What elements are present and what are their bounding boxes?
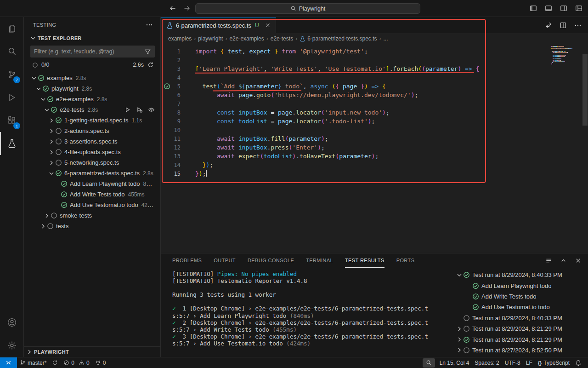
test-tree-item[interactable]: tests: [24, 221, 160, 231]
remote-indicator[interactable]: [0, 357, 17, 368]
code-line-2[interactable]: 2: [161, 56, 588, 64]
chevron-right-icon[interactable]: [48, 117, 55, 124]
code-line-6[interactable]: 6 await page.goto('https://demo.playwrig…: [161, 91, 588, 99]
test-result-item[interactable]: Test run at 8/29/2024, 8:21:29 PM: [452, 334, 588, 345]
terminal-output[interactable]: [TESTOMATIO] Pipes: No pipes enabled[TES…: [161, 268, 452, 357]
test-tree-item[interactable]: 5-networking.spec.ts: [24, 157, 160, 168]
code-line-10[interactable]: 10: [161, 126, 588, 134]
chevron-right-icon[interactable]: [48, 159, 55, 167]
breadcrumb-item[interactable]: e2e-examples: [229, 35, 264, 42]
code-line-11[interactable]: 11 await inputBox.fill(parameter);: [161, 134, 588, 143]
command-center-search[interactable]: Playwright: [195, 3, 420, 14]
test-tree-item[interactable]: e2e-tests2.8s: [24, 104, 160, 115]
gutter[interactable]: 14: [161, 161, 181, 169]
indentation-item[interactable]: Spaces: 2: [472, 357, 502, 368]
chevron-right-icon[interactable]: [456, 336, 463, 343]
code-line-9[interactable]: 9 const todoList = page.locator('.todo-l…: [161, 117, 588, 126]
test-tree-item[interactable]: Add Use Testomat.io todo424ms: [24, 200, 160, 210]
minimap[interactable]: [551, 46, 581, 64]
code-line-4[interactable]: 4: [161, 73, 588, 82]
eol-item[interactable]: LF: [523, 357, 535, 368]
chevron-down-icon[interactable]: [456, 271, 463, 279]
customize-layout-icon[interactable]: [575, 5, 582, 12]
breadcrumb-item[interactable]: e2e-tests: [271, 35, 293, 42]
gutter[interactable]: 15: [161, 169, 181, 178]
test-result-item[interactable]: [452, 356, 588, 357]
test-result-item[interactable]: Test run at 8/29/2024, 8:21:29 PM: [452, 323, 588, 334]
forward-button[interactable]: [183, 5, 191, 12]
gutter[interactable]: 4: [161, 73, 181, 82]
editor-scrollbar[interactable]: [582, 54, 588, 126]
test-result-item[interactable]: Add Write Tests todo: [452, 291, 588, 302]
chevron-down-icon[interactable]: [43, 106, 51, 114]
test-tree-item[interactable]: examples2.8s: [24, 73, 160, 83]
activity-source-control[interactable]: 7: [0, 63, 23, 86]
activity-accounts[interactable]: [0, 311, 23, 334]
activity-search[interactable]: [0, 40, 23, 63]
code-line-14[interactable]: 14 });: [161, 161, 588, 169]
code-line-12[interactable]: 12 await inputBox.press('Enter');: [161, 143, 588, 152]
gutter[interactable]: 2: [161, 56, 181, 64]
gutter[interactable]: 10: [161, 126, 181, 134]
breadcrumb-item[interactable]: examples: [168, 35, 192, 42]
gutter[interactable]: 5: [161, 82, 181, 91]
chevron-right-icon[interactable]: [456, 325, 463, 333]
reveal-test-button[interactable]: [148, 106, 155, 113]
notifications-bell[interactable]: [572, 357, 584, 368]
code-line-13[interactable]: 13 await expect(todoList).toHaveText(par…: [161, 152, 588, 161]
code-line-1[interactable]: 1import { test, expect } from '@playwrig…: [161, 47, 588, 56]
panel-maximize-icon[interactable]: [560, 257, 567, 264]
panel-tab-debug-console[interactable]: DEBUG CONSOLE: [248, 253, 294, 268]
ports-item[interactable]: 0: [92, 357, 109, 368]
test-tree-item[interactable]: 6-parametrized-tests.spec.ts2.8s: [24, 168, 160, 178]
test-result-item[interactable]: Test run at 8/27/2024, 8:52:50 PM: [452, 345, 588, 356]
chevron-right-icon[interactable]: [48, 127, 55, 135]
test-tree-item[interactable]: smoke-tests: [24, 210, 160, 221]
sync-button[interactable]: [49, 357, 61, 368]
refresh-tests-icon[interactable]: [147, 62, 154, 68]
test-tree-item[interactable]: 2-actions.spec.ts: [24, 126, 160, 136]
gutter[interactable]: 1: [161, 47, 181, 56]
chevron-down-icon[interactable]: [40, 96, 47, 103]
test-tree-item[interactable]: 1-getting-started.spec.ts1.1s: [24, 115, 160, 126]
gutter[interactable]: 7: [161, 99, 181, 108]
zoom-indicator[interactable]: [423, 358, 435, 368]
run-test-button[interactable]: [124, 106, 131, 113]
panel-tab-output[interactable]: OUTPUT: [214, 253, 236, 268]
test-result-item[interactable]: Add Learn Playwright todo: [452, 280, 588, 291]
activity-extensions[interactable]: 1: [0, 109, 23, 132]
encoding-item[interactable]: UTF-8: [502, 357, 523, 368]
code-line-15[interactable]: 15});: [161, 169, 588, 178]
gutter[interactable]: 13: [161, 152, 181, 161]
test-explorer-section-header[interactable]: TEST EXPLORER: [24, 33, 160, 43]
debug-test-button[interactable]: [136, 106, 143, 113]
gutter[interactable]: 11: [161, 134, 181, 143]
gutter[interactable]: 12: [161, 143, 181, 152]
breadcrumb-item[interactable]: playwright: [198, 35, 223, 42]
panel-close-icon[interactable]: [575, 257, 582, 264]
code-line-5[interactable]: 5 test(`Add ${parameter} todo`, async ({…: [161, 82, 588, 91]
panel-tab-test-results[interactable]: TEST RESULTS: [345, 253, 384, 268]
split-editor-button[interactable]: [560, 22, 567, 29]
test-tree-item[interactable]: e2e-examples2.8s: [24, 94, 160, 104]
toggle-sidebar-icon[interactable]: [530, 5, 537, 12]
code-line-8[interactable]: 8 const inputBox = page.locator('input.n…: [161, 108, 588, 117]
test-tree-item[interactable]: Add Learn Playwright todo840ms: [24, 178, 160, 189]
toggle-secondary-sidebar-icon[interactable]: [560, 5, 567, 12]
breadcrumb-item[interactable]: ...: [384, 35, 388, 42]
code-line-3[interactable]: 3['Learn Playwright', 'Write Tests', 'Us…: [161, 64, 588, 73]
more-actions-icon[interactable]: [146, 21, 153, 29]
test-result-item[interactable]: Test run at 8/29/2024, 8:40:33 PM: [452, 270, 588, 280]
gutter[interactable]: 9: [161, 117, 181, 126]
code-editor[interactable]: 1import { test, expect } from '@playwrig…: [161, 44, 588, 253]
panel-tab-ports[interactable]: PORTS: [396, 253, 415, 268]
problems-item[interactable]: 0 0: [61, 357, 92, 368]
breadcrumb-item[interactable]: 6-parametrized-tests.spec.ts: [300, 35, 377, 42]
test-tree-item[interactable]: 3-assertions.spec.ts: [24, 136, 160, 147]
panel-tab-problems[interactable]: PROBLEMS: [172, 253, 202, 268]
playwright-section-header[interactable]: PLAYWRIGHT: [24, 346, 160, 357]
activity-run-debug[interactable]: [0, 86, 23, 109]
open-changes-button[interactable]: [545, 22, 552, 29]
gutter-test-pass-icon[interactable]: [164, 83, 170, 90]
activity-explorer[interactable]: [0, 17, 23, 40]
